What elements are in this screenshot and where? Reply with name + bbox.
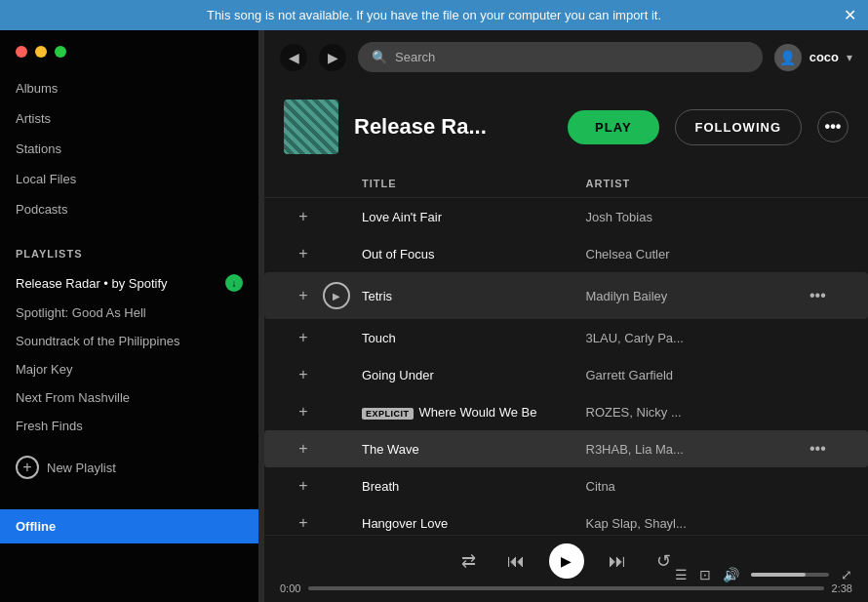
add-icon[interactable]: + — [284, 514, 323, 532]
forward-button[interactable]: ▶ — [319, 44, 346, 71]
playlist-cover-pattern — [284, 100, 338, 154]
sidebar-item-artists[interactable]: Artists — [0, 103, 258, 134]
track-row[interactable]: + Out of Focus Chelsea Cutler — [264, 235, 868, 272]
player-extra-controls: ☰ ⊡ 🔊 ⤢ — [675, 567, 852, 582]
download-icon: ↓ — [225, 274, 243, 292]
sidebar-item-local-files[interactable]: Local Files — [0, 164, 258, 194]
sidebar-item-fresh-finds[interactable]: Fresh Finds — [0, 412, 258, 440]
track-title: Touch — [362, 331, 396, 345]
notification-message: This song is not available. If you have … — [207, 8, 661, 22]
artist-column-header: ARTIST — [586, 178, 810, 189]
total-time: 2:38 — [832, 582, 852, 594]
notification-close-button[interactable]: ✕ — [844, 6, 856, 24]
track-artist: Garrett Garfield — [586, 368, 810, 382]
search-icon: 🔍 — [372, 50, 387, 64]
next-button[interactable]: ⏭ — [604, 547, 631, 575]
more-options-button[interactable]: ••• — [817, 111, 848, 142]
track-more-icon[interactable]: ••• — [809, 287, 826, 303]
progress-bar-area: 0:00 2:38 — [280, 582, 852, 594]
track-title: Going Under — [362, 368, 434, 382]
current-time: 0:00 — [280, 582, 300, 594]
sidebar-item-major-key[interactable]: Major Key — [0, 355, 258, 383]
offline-button[interactable]: Offline — [0, 509, 258, 543]
maximize-window-button[interactable] — [55, 46, 66, 58]
track-artist: Madilyn Bailey — [586, 289, 810, 303]
user-avatar: 👤 — [774, 44, 802, 71]
track-artist: R3HAB, Lia Ma... — [586, 442, 810, 457]
track-row[interactable]: + Breath Citna — [264, 467, 868, 504]
queue-button[interactable]: ☰ — [675, 567, 688, 582]
repeat-button[interactable]: ↺ — [651, 547, 678, 575]
track-title: Hangover Love — [362, 516, 448, 531]
track-row[interactable]: + ▶ Tetris Madilyn Bailey ••• — [264, 272, 868, 319]
track-row[interactable]: + Going Under Garrett Garfield — [264, 356, 868, 393]
main-layout: Albums Artists Stations Local Files Podc… — [0, 30, 868, 602]
fullscreen-button[interactable]: ⤢ — [841, 567, 852, 582]
sidebar-item-next-from-nashville[interactable]: Next From Nashville — [0, 383, 258, 412]
sidebar-item-podcasts[interactable]: Podcasts — [0, 194, 258, 224]
track-artist: Kap Slap, Shayl... — [586, 516, 810, 531]
now-playing-icon: ▶ — [323, 282, 350, 309]
shuffle-button[interactable]: ⇄ — [455, 547, 483, 575]
playlists-section-label: Playlists — [0, 232, 258, 267]
track-table: TITLE ARTIST + Love Ain't Fair Josh Tobi… — [264, 170, 868, 535]
sidebar-item-soundtrack[interactable]: Soundtrack of the Philippines — [0, 327, 258, 355]
search-input[interactable] — [395, 50, 749, 64]
play-pause-button[interactable]: ▶ — [549, 543, 584, 579]
user-menu[interactable]: 👤 coco ▾ — [774, 44, 852, 71]
user-name: coco — [809, 50, 839, 64]
sidebar-item-spotlight[interactable]: Spotlight: Good As Hell — [0, 299, 258, 327]
minimize-window-button[interactable] — [35, 46, 47, 58]
track-artist: Citna — [586, 479, 810, 494]
track-row[interactable]: + Hangover Love Kap Slap, Shayl... — [264, 504, 868, 535]
track-artist: Josh Tobias — [586, 210, 810, 224]
playlist-cover — [284, 100, 338, 154]
top-nav: ◀ ▶ 🔍 👤 coco ▾ — [264, 30, 868, 84]
progress-track[interactable] — [308, 586, 823, 590]
traffic-lights — [0, 30, 258, 65]
track-row[interactable]: + Touch 3LAU, Carly Pa... — [264, 319, 868, 356]
bottom-player: ⇄ ⏮ ▶ ⏭ ↺ 0:00 2:38 ☰ ⊡ 🔊 ⤢ — [264, 535, 868, 602]
table-header: TITLE ARTIST — [264, 170, 868, 198]
add-icon[interactable]: + — [284, 287, 323, 304]
track-artist: Chelsea Cutler — [586, 247, 810, 261]
new-playlist-button[interactable]: + New Playlist — [0, 444, 258, 491]
back-button[interactable]: ◀ — [280, 44, 307, 71]
sidebar-item-stations[interactable]: Stations — [0, 134, 258, 164]
search-bar[interactable]: 🔍 — [358, 42, 763, 72]
sidebar: Albums Artists Stations Local Files Podc… — [0, 30, 258, 602]
add-icon[interactable]: + — [284, 477, 323, 495]
close-window-button[interactable] — [16, 46, 27, 58]
title-column-header: TITLE — [362, 178, 586, 189]
add-icon[interactable]: + — [284, 440, 323, 458]
volume-bar[interactable] — [751, 573, 829, 577]
volume-button[interactable]: 🔊 — [723, 567, 739, 582]
play-button[interactable]: PLAY — [568, 110, 658, 144]
track-title: Love Ain't Fair — [362, 210, 442, 224]
add-icon[interactable]: + — [284, 245, 323, 262]
track-row[interactable]: + The Wave R3HAB, Lia Ma... ••• — [264, 430, 868, 467]
add-icon[interactable]: + — [284, 208, 323, 225]
add-icon[interactable]: + — [284, 366, 323, 383]
sidebar-nav: Albums Artists Stations Local Files Podc… — [0, 65, 258, 232]
notification-bar: This song is not available. If you have … — [0, 0, 868, 30]
add-icon[interactable]: + — [284, 403, 323, 421]
track-row[interactable]: + EXPLICITWhere Would We Be ROZES, Nicky… — [264, 393, 868, 430]
add-icon[interactable]: + — [284, 329, 323, 346]
track-artist: ROZES, Nicky ... — [586, 405, 810, 420]
track-title: Out of Focus — [362, 247, 434, 261]
explicit-badge: EXPLICIT — [362, 408, 414, 420]
previous-button[interactable]: ⏮ — [502, 547, 530, 575]
sidebar-item-release-radar[interactable]: Release Radar • by Spotify ↓ — [0, 267, 258, 299]
track-row[interactable]: + Love Ain't Fair Josh Tobias — [264, 198, 868, 235]
playlist-header: Release Ra... PLAY FOLLOWING ••• — [264, 84, 868, 170]
devices-button[interactable]: ⊡ — [699, 567, 711, 582]
track-more-icon[interactable]: ••• — [809, 440, 826, 457]
track-title: Breath — [362, 479, 399, 494]
track-title: Where Would We Be — [419, 405, 537, 420]
sidebar-item-albums[interactable]: Albums — [0, 73, 258, 103]
playlist-title: Release Ra... — [354, 114, 552, 140]
track-play-col: ▶ — [323, 282, 362, 309]
following-button[interactable]: FOLLOWING — [675, 109, 802, 145]
new-playlist-icon: + — [16, 456, 39, 479]
